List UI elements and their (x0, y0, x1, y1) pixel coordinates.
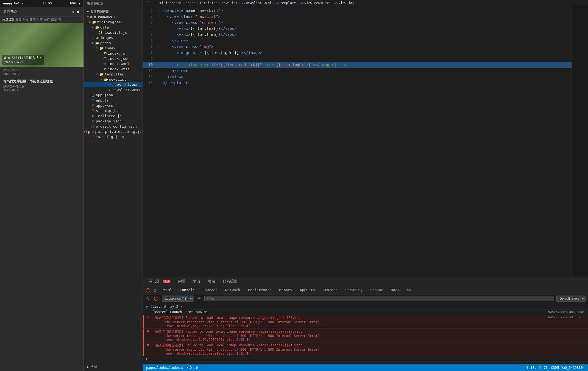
breadcrumb-back-icon[interactable]: ← (153, 1, 155, 5)
inner-tab-more[interactable]: >> (403, 286, 415, 294)
code-line-12: 12 </view> (143, 74, 572, 80)
tree-miniprogram[interactable]: ▼ 📁 miniprogram (84, 19, 143, 25)
tree-data[interactable]: ▼ 📂 data (84, 25, 143, 30)
file-tree: ▼ 📁 miniprogram ▼ 📂 data JS newslist.js … (84, 19, 143, 363)
code-line-2: 2 ▾ <view class="newsList"> (143, 13, 572, 19)
code-editor[interactable]: 1 ▾ <template name="newsList"> 2 ▾ <view… (143, 6, 572, 277)
tab-medical[interactable]: 医疗 (44, 18, 50, 22)
tab-code-quality[interactable]: 代码质量 (219, 277, 241, 286)
breadcrumb-view-img[interactable]: <>view.img (334, 1, 354, 5)
tab-current[interactable]: 时事 (37, 18, 43, 22)
console-preserve-btn[interactable]: ⊘ (145, 296, 151, 301)
tab-entertainment[interactable]: 娱乐 (51, 18, 57, 22)
fold-3[interactable]: ▾ (156, 19, 161, 26)
code-line-13: 13 </template> (143, 80, 572, 86)
wechat-program-label: 微信小程序2022-10-23 (0, 67, 83, 77)
tab-news[interactable]: 焦点状况 (2, 18, 14, 22)
line-content-4: <view>{{item.text}}</view> (161, 26, 572, 32)
breadcrumb-newslist[interactable]: newsList (222, 1, 238, 5)
inner-tab-sensor[interactable]: Sensor (366, 286, 387, 294)
status-file-path[interactable]: pages/index/index ⧉ (146, 366, 183, 370)
breadcrumb-bookmark-icon[interactable]: ☆ (150, 1, 152, 5)
phone-status-bar: ●●●●● WeChat 20:53 100% ▮ (0, 0, 83, 7)
tab-edu[interactable]: 教育 (15, 18, 21, 22)
console-clear-btn[interactable]: 🚫 (144, 288, 151, 293)
tree-newslist-folder[interactable]: ▼ 📂 newsList (84, 77, 143, 82)
tree-newslist-wxml[interactable]: <> newslist.wxml (84, 82, 143, 87)
tree-tsconfig[interactable]: {} tsconfig.json (84, 134, 143, 139)
level-select[interactable]: Default levels (556, 296, 586, 302)
breadcrumb-template-tag[interactable]: <>template (276, 1, 296, 5)
expand-icon[interactable]: ▶ (146, 305, 148, 308)
console-stop-btn[interactable]: ⊘ (152, 288, 158, 293)
inner-tab-console[interactable]: Console (176, 286, 199, 294)
tree-newslist-js[interactable]: JS newslist.js (84, 30, 143, 35)
line-num-4: 4 (143, 26, 156, 32)
breadcrumb-collapse-icon[interactable]: ☰ (146, 1, 149, 5)
tree-index-js[interactable]: JS index.js (84, 51, 143, 56)
tree-project-private[interactable]: {} project.private.config.js... (84, 129, 143, 134)
tree-app-ts[interactable]: TS app.ts (84, 98, 143, 103)
error-icon-3: ✖ (147, 343, 151, 347)
tab-issue[interactable]: 问题 (174, 277, 189, 286)
status-errors[interactable]: ✖ 0 ⚠ 0 (187, 366, 198, 370)
tree-newslist-wxss[interactable]: # newslist.wxss (84, 87, 143, 92)
fold-7[interactable]: ▾ (156, 44, 161, 50)
inner-tab-sources[interactable]: Sources (199, 286, 221, 294)
tab-more[interactable]: 其 (58, 18, 61, 22)
breadcrumb-pages[interactable]: pages (185, 1, 195, 5)
service-select[interactable]: appservice (#3) (162, 296, 194, 302)
tab-output[interactable]: 输出 (189, 277, 204, 286)
inner-tab-wxml[interactable]: Wxml (160, 286, 176, 294)
status-bar: pages/index/index ⧉ ✖ 0 ⚠ 0 行 10, 列 76 C… (143, 364, 588, 371)
error-icon-status: ✖ (187, 366, 189, 370)
expand-icon-bottom[interactable]: ▶ (146, 357, 148, 361)
tab-tech[interactable]: 科技 (23, 18, 29, 22)
filter-input[interactable] (204, 296, 554, 301)
console-toolbar: ⊘ 🚫 appservice (#3) 👁 Default levels (143, 294, 588, 303)
inner-tab-security[interactable]: Security (341, 286, 366, 294)
tree-index[interactable]: ▼ 📂 index (84, 46, 143, 51)
line-num-9: 9 (143, 56, 156, 62)
tree-label-package-json: package.json (96, 119, 143, 123)
explorer-menu-icon[interactable]: ⋯ (137, 2, 139, 6)
tree-index-json[interactable]: {} index.json (84, 56, 143, 61)
tree-package-json[interactable]: ⊕ package.json (84, 119, 143, 124)
tab-terminal[interactable]: 终端 (204, 277, 219, 286)
inner-tab-memory[interactable]: Memory (275, 286, 296, 294)
tree-label-app-ts: app.ts (96, 98, 143, 102)
tab-politics[interactable]: 政治 (30, 18, 36, 22)
breadcrumb-forward-icon[interactable]: → (156, 1, 158, 5)
tree-images[interactable]: ▶ 🗂 images (84, 35, 143, 40)
tree-index-wxss[interactable]: # index.wxss (84, 66, 143, 72)
console-hide-btn[interactable]: 🚫 (153, 296, 160, 301)
tree-pages[interactable]: ▼ 📂 pages (84, 40, 143, 46)
inner-tab-storage[interactable]: Storage (319, 286, 342, 294)
tree-app-json[interactable]: {} app.json (84, 92, 143, 98)
tree-project-config[interactable]: {} project.config.json (84, 124, 143, 129)
line-content-7: <view class="img"> (161, 44, 572, 50)
tree-label-project-config: project.config.json (96, 124, 143, 128)
breadcrumb-miniprogram[interactable]: miniprogram (160, 1, 181, 5)
tree-app-wxss[interactable]: # app.wxss (84, 103, 143, 108)
tree-label-index-wxss: index.wxss (108, 67, 143, 71)
line-content-10: <!-- <image wx:if="{{item.imgUrl>0}}" sr… (161, 62, 572, 68)
tree-index-wxml[interactable]: <> index.wxml (84, 61, 143, 66)
breadcrumb-view-newslist[interactable]: <>view.newsList (300, 1, 330, 5)
tree-templates[interactable]: ▼ 📂 templates (84, 72, 143, 77)
warning-icon-status: ⚠ (193, 366, 195, 370)
inner-tab-network[interactable]: Network (221, 286, 244, 294)
fold-2[interactable]: ▾ (156, 13, 161, 19)
tab-debugger[interactable]: 调试器 3,1 (145, 277, 174, 286)
inner-tab-performance[interactable]: Performance (244, 286, 275, 294)
project-header[interactable]: ▼ MINIPROGRAM-1 (84, 15, 143, 19)
tree-label-pages: pages (100, 41, 143, 45)
fold-1[interactable]: ▾ (156, 7, 161, 13)
tree-sitemap-json[interactable]: {} sitemap.json (84, 108, 143, 113)
breadcrumb-file[interactable]: <>newslist.wxml (242, 1, 272, 5)
breadcrumb-templates[interactable]: templates (200, 1, 218, 5)
console-eye-btn[interactable]: 👁 (196, 296, 202, 301)
inner-tab-appdata[interactable]: AppData (296, 286, 319, 294)
tree-eslintrc[interactable]: ⚙ .eslintrc.js (84, 113, 143, 119)
inner-tab-mock[interactable]: Mock (387, 286, 403, 294)
